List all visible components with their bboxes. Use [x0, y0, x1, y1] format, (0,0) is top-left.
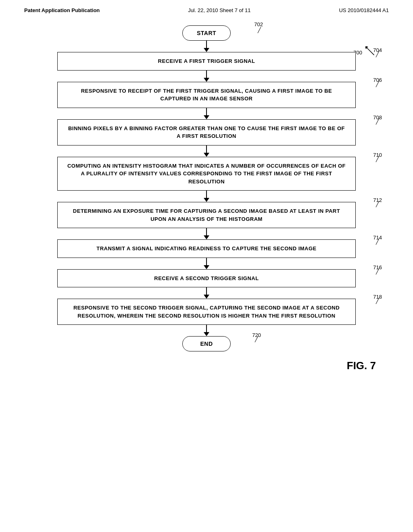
- step-714-row: TRANSMIT A SIGNAL INDICATING READINESS T…: [37, 239, 376, 258]
- step-716: RECEIVE A SECOND TRIGGER SIGNAL: [57, 269, 356, 288]
- ref-704-slash: ╱: [376, 51, 379, 57]
- ref-706-slash: ╱: [376, 81, 379, 87]
- arrow-7: [204, 258, 209, 269]
- header-patent-number: US 2010/0182444 A1: [339, 7, 389, 13]
- start-row: START 702 ╱: [37, 21, 376, 41]
- ref-708-slash: ╱: [376, 118, 379, 125]
- ref-720-slash: ╱: [255, 336, 258, 342]
- step-710: COMPUTING AN INTENSITY HISTOGRAM THAT IN…: [57, 157, 356, 191]
- arrow-5: [204, 191, 209, 202]
- ref-714-slash: ╱: [376, 239, 379, 245]
- step-706: RESPONSIVE TO RECEIPT OF THE FIRST TRIGG…: [57, 82, 356, 108]
- header-publication: Patent Application Publication: [24, 7, 100, 13]
- header-date-sheet: Jul. 22, 2010 Sheet 7 of 11: [188, 7, 250, 13]
- step-708-row: BINNING PIXELS BY A BINNING FACTOR GREAT…: [37, 119, 376, 145]
- step-716-row: RECEIVE A SECOND TRIGGER SIGNAL 716 ╱: [37, 269, 376, 288]
- step-718: RESPONSIVE TO THE SECOND TRIGGER SIGNAL,…: [57, 299, 356, 325]
- step-708: BINNING PIXELS BY A BINNING FACTOR GREAT…: [57, 119, 356, 145]
- end-row: END 720 ╱: [37, 336, 376, 351]
- fig-label: FIG. 7: [347, 360, 376, 372]
- start-box: START: [182, 25, 231, 41]
- step-704: RECEIVE A FIRST TRIGGER SIGNAL: [57, 52, 356, 71]
- ref-716-slash: ╱: [376, 268, 379, 274]
- arrow-6: [204, 228, 209, 239]
- arrow-9: [204, 325, 209, 336]
- flowchart: 700 START 702 ╱: [24, 21, 389, 355]
- ref-712-slash: ╱: [376, 201, 379, 207]
- arrow-4: [204, 145, 209, 157]
- step-704-row: RECEIVE A FIRST TRIGGER SIGNAL 704 ╱: [37, 52, 376, 71]
- ref-718-slash: ╱: [376, 298, 379, 304]
- step-712-row: DETERMINING AN EXPOSURE TIME FOR CAPTURI…: [37, 202, 376, 228]
- arrow-2: [204, 71, 209, 82]
- arrow-3: [204, 108, 209, 119]
- arrow-1: [204, 41, 209, 52]
- arrow-8: [204, 287, 209, 299]
- ref-702: 702: [254, 21, 263, 27]
- ref-710-slash: ╱: [376, 156, 379, 162]
- step-718-row: RESPONSIVE TO THE SECOND TRIGGER SIGNAL,…: [37, 299, 376, 325]
- step-712: DETERMINING AN EXPOSURE TIME FOR CAPTURI…: [57, 202, 356, 228]
- step-714: TRANSMIT A SIGNAL INDICATING READINESS T…: [57, 239, 356, 258]
- ref-702-slash: ╱: [258, 27, 261, 33]
- end-box: END: [182, 336, 231, 351]
- fig-label-container: FIG. 7: [37, 360, 376, 372]
- step-706-row: RESPONSIVE TO RECEIPT OF THE FIRST TRIGG…: [37, 82, 376, 108]
- step-710-row: COMPUTING AN INTENSITY HISTOGRAM THAT IN…: [37, 157, 376, 191]
